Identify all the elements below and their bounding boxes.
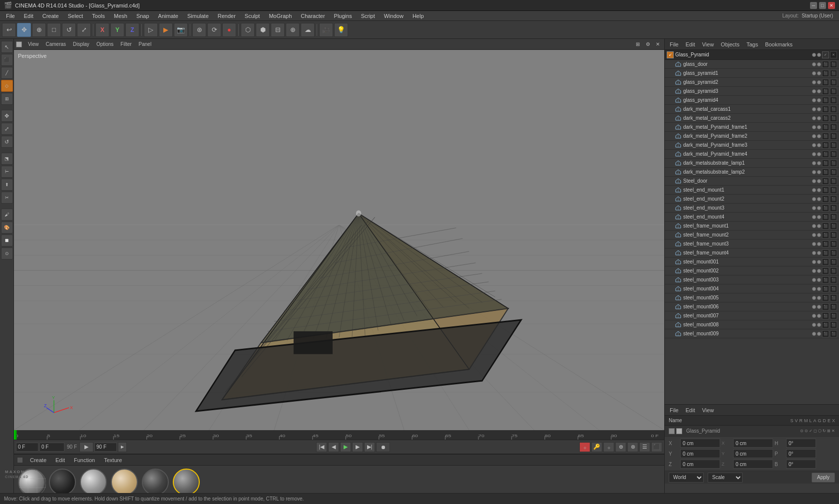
floor-button[interactable]: ⊟: [271, 23, 285, 37]
frame-end-input[interactable]: [94, 443, 117, 452]
om-item[interactable]: steel_end_mount2 ⬛ ⬛: [665, 195, 839, 204]
menu-snap[interactable]: Snap: [132, 12, 153, 20]
om-item[interactable]: dark_metal_Pyramid_frame1 ⬛ ⬛: [665, 123, 839, 132]
move-tool-button[interactable]: ✥: [17, 23, 31, 37]
material-button[interactable]: ⬢: [256, 23, 270, 37]
timeline-ruler[interactable]: 0 5 10 15 20 25 30 35 40: [14, 430, 664, 440]
coord-b-val[interactable]: [786, 460, 816, 469]
play-forward2-btn[interactable]: ▶: [118, 442, 127, 452]
goto-start-btn[interactable]: |◀: [316, 442, 327, 452]
frame-start-input[interactable]: [16, 443, 38, 452]
menu-character[interactable]: Character: [297, 12, 329, 20]
sidebar-extrude[interactable]: ⬆: [1, 179, 13, 191]
vp-menu-panel[interactable]: Panel: [136, 40, 155, 48]
motion-btn[interactable]: ⊕: [615, 442, 626, 452]
scale-button[interactable]: ⤢: [77, 23, 91, 37]
om-menu-edit[interactable]: Edit: [683, 40, 698, 48]
goto-end-btn[interactable]: ▶|: [364, 442, 375, 452]
render-picture-button[interactable]: 📷: [174, 23, 188, 37]
om-item[interactable]: glass_door ⬛ ⬛: [665, 60, 839, 69]
vp-menu-view[interactable]: View: [25, 40, 42, 48]
menu-select[interactable]: Select: [64, 12, 87, 20]
sidebar-mode-edges[interactable]: ╱: [1, 67, 13, 79]
vp-icon1[interactable]: [16, 41, 22, 47]
coord-x-pos[interactable]: [680, 439, 720, 448]
om-item[interactable]: steel_end_mount1 ⬛ ⬛: [665, 186, 839, 195]
vp-close[interactable]: ✕: [653, 40, 662, 49]
om-item[interactable]: steel_end_mount3 ⬛ ⬛: [665, 204, 839, 213]
viewport[interactable]: Perspective: [14, 50, 664, 430]
om-item[interactable]: steel_mount004 ⬛ ⬛: [665, 284, 839, 293]
sidebar-brush[interactable]: 🖌: [1, 209, 13, 221]
zaxis-button[interactable]: Z: [125, 23, 139, 37]
attr-menu-view[interactable]: View: [699, 406, 717, 414]
coord-mode-dropdown[interactable]: Scale Size: [708, 473, 743, 483]
om-menu-view[interactable]: View: [699, 40, 717, 48]
menu-window[interactable]: Window: [380, 12, 408, 20]
om-item[interactable]: steel_mount007 ⬛ ⬛: [665, 311, 839, 320]
menu-create[interactable]: Create: [38, 12, 63, 20]
menu-edit[interactable]: Edit: [20, 12, 37, 20]
menu-plugins[interactable]: Plugins: [330, 12, 356, 20]
vp-menu-cameras[interactable]: Cameras: [43, 40, 69, 48]
om-item[interactable]: dark_metal_carcass1 ⬛ ⬛: [665, 105, 839, 114]
current-frame-input[interactable]: [39, 443, 64, 452]
menu-help[interactable]: Help: [409, 12, 428, 20]
sidebar-knife[interactable]: ✂: [1, 192, 13, 204]
render2-btn[interactable]: ⬛: [651, 442, 662, 452]
om-item[interactable]: dark_metalsubstrate_lamp2 ⬛ ⬛: [665, 168, 839, 177]
om-item[interactable]: dark_metal_Pyramid_frame2 ⬛ ⬛: [665, 132, 839, 141]
mat-menu-function[interactable]: Function: [70, 456, 99, 464]
vp-menu-display[interactable]: Display: [70, 40, 92, 48]
key2-btn[interactable]: ⬦: [603, 442, 614, 452]
auto-key-btn[interactable]: ⬦: [579, 442, 590, 452]
coord-y-size[interactable]: [733, 449, 773, 458]
sidebar-mirror[interactable]: ⊢: [1, 166, 13, 178]
yaxis-button[interactable]: Y: [110, 23, 124, 37]
om-menu-file[interactable]: File: [667, 40, 682, 48]
om-item[interactable]: dark_metal_Pyramid_frame3 ⬛ ⬛: [665, 141, 839, 150]
attr-menu-edit[interactable]: Edit: [683, 406, 698, 414]
layer-btn[interactable]: ☰: [639, 442, 650, 452]
undo-button[interactable]: ↩: [2, 23, 16, 37]
sidebar-move[interactable]: ✥: [1, 110, 13, 122]
sidebar-scale[interactable]: ⤢: [1, 123, 13, 135]
menu-animate[interactable]: Animate: [154, 12, 182, 20]
vp-maximize[interactable]: ⊞: [633, 40, 642, 49]
sidebar-mode-points[interactable]: ⬛: [1, 54, 13, 66]
om-item[interactable]: steel_mount005 ⬛ ⬛: [665, 293, 839, 302]
minimize-button[interactable]: ─: [810, 2, 817, 9]
coord-h-val[interactable]: [786, 439, 816, 448]
mat-menu-create[interactable]: Create: [26, 456, 50, 464]
attr-menu-file[interactable]: File: [667, 406, 682, 414]
om-item[interactable]: dark_metal_carcass2 ⬛ ⬛: [665, 114, 839, 123]
om-item[interactable]: dark_metal_Pyramid_frame4 ⬛ ⬛: [665, 150, 839, 159]
record-active-btn[interactable]: ⏺: [376, 442, 390, 452]
close-button[interactable]: ✕: [828, 2, 835, 9]
maximize-button[interactable]: □: [819, 2, 826, 9]
om-item[interactable]: steel_mount006 ⬛ ⬛: [665, 302, 839, 311]
om-item[interactable]: steel_mount009 ⬛ ⬛: [665, 329, 839, 338]
om-item[interactable]: Steel_door ⬛ ⬛: [665, 177, 839, 186]
light2-button[interactable]: 💡: [334, 23, 348, 37]
om-item[interactable]: steel_mount003 ⬛ ⬛: [665, 275, 839, 284]
menu-mesh[interactable]: Mesh: [110, 12, 131, 20]
om-item[interactable]: glass_pyramid1 ⬛ ⬛: [665, 69, 839, 78]
om-menu-bookmarks[interactable]: Bookmarks: [762, 40, 796, 48]
menu-script[interactable]: Script: [357, 12, 379, 20]
landscape-button[interactable]: ⊕: [286, 23, 300, 37]
om-item[interactable]: steel_frame_mount4 ⬛ ⬛: [665, 249, 839, 257]
menu-file[interactable]: File: [2, 12, 19, 20]
sidebar-mode-use[interactable]: ↖: [1, 41, 13, 53]
om-item[interactable]: glass_pyramid3 ⬛ ⬛: [665, 87, 839, 96]
xaxis-button[interactable]: X: [95, 23, 109, 37]
sidebar-mode-poly[interactable]: ◇: [1, 80, 13, 92]
om-item[interactable]: dark_metalsubstrate_lamp1 ⬛ ⬛: [665, 159, 839, 168]
next-frame-btn[interactable]: ▶: [352, 442, 363, 452]
object-button[interactable]: ⬡: [241, 23, 255, 37]
om-item[interactable]: steel_end_mount4 ⬛ ⬛: [665, 213, 839, 222]
menu-tools[interactable]: Tools: [88, 12, 109, 20]
anim-button[interactable]: ⊛: [192, 23, 206, 37]
menu-render[interactable]: Render: [214, 12, 240, 20]
play-btn[interactable]: ▶: [340, 442, 351, 452]
